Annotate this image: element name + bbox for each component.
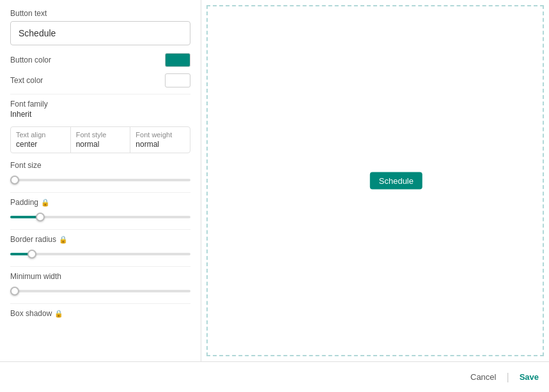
typography-row: Text align center Font style normal Font… [10,126,190,153]
padding-group: Padding 🔒 [10,198,190,220]
font-size-group: Font size [10,161,190,183]
minimum-width-group: Minimum width [10,272,190,294]
font-size-slider[interactable] [10,179,190,181]
padding-lock-icon[interactable]: 🔒 [41,199,50,207]
divider-3 [10,229,190,230]
font-weight-value: normal [135,140,185,149]
left-panel: Button text Button color Text color Font… [0,0,201,361]
divider-5 [10,303,190,304]
border-radius-slider[interactable] [10,253,190,255]
font-size-label: Font size [10,161,190,170]
cancel-button[interactable]: Cancel [470,372,496,382]
divider-2 [10,192,190,193]
text-color-row: Text color [10,73,190,87]
box-shadow-lock-icon[interactable]: 🔒 [54,310,63,318]
button-color-row: Button color [10,53,190,67]
font-family-value[interactable]: Inherit [10,110,190,119]
divider-1 [10,94,190,94]
text-color-swatch[interactable] [165,73,190,87]
border-radius-group: Border radius 🔒 [10,235,190,257]
padding-label: Padding 🔒 [10,198,190,207]
font-style-label: Font style [76,131,125,139]
text-align-item[interactable]: Text align center [11,127,71,153]
text-align-label: Text align [16,131,65,139]
font-family-label: Font family [10,100,190,109]
font-weight-label: Font weight [135,131,185,139]
canvas-area: Schedule [206,5,544,356]
font-style-item[interactable]: Font style normal [71,127,131,153]
padding-slider[interactable] [10,216,190,218]
font-style-value: normal [76,140,125,149]
font-family-group: Font family Inherit [10,100,190,119]
text-color-label: Text color [10,76,43,85]
footer-divider: | [506,372,509,383]
border-radius-label: Border radius 🔒 [10,235,190,244]
save-button[interactable]: Save [520,372,539,382]
border-radius-lock-icon[interactable]: 🔒 [59,236,68,244]
box-shadow-group: Box shadow 🔒 [10,309,190,318]
canvas-preview-button[interactable]: Schedule [370,172,422,190]
divider-4 [10,266,190,267]
button-text-label: Button text [10,9,190,18]
minimum-width-label: Minimum width [10,272,190,281]
minimum-width-slider[interactable] [10,290,190,292]
button-text-input[interactable] [10,21,190,45]
button-color-swatch[interactable] [165,53,190,67]
button-text-group: Button text [10,9,190,45]
button-color-label: Button color [10,56,51,64]
font-weight-item[interactable]: Font weight normal [130,127,190,153]
footer: Cancel | Save [0,361,549,392]
text-align-value: center [16,140,65,149]
